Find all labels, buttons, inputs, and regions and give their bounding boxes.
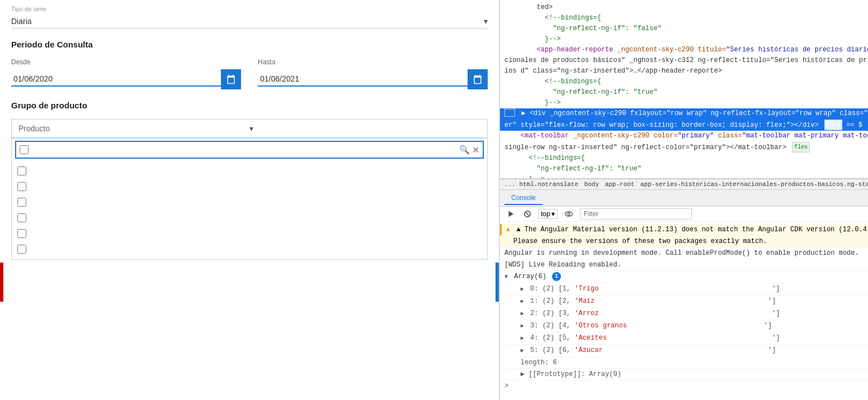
console-wds-line: [WDS] Live Reloading enabled.	[500, 259, 868, 271]
list-item[interactable]	[15, 226, 484, 241]
top-dropdown[interactable]: top ▾	[538, 209, 558, 219]
tipo-serie-value: Diaria	[11, 17, 484, 26]
option-checkbox-4[interactable]	[17, 213, 26, 222]
devtools-selected-line[interactable]: ··· ▶ <div _ngcontent-sky-c290 fxlayout=…	[500, 108, 868, 119]
breadcrumb-item-body[interactable]: body	[584, 181, 599, 188]
search-icon: 🔍	[459, 145, 470, 155]
array-item-3: ▶ 3: (2) [4, 'Otros granos ']	[500, 320, 868, 332]
desde-input-wrapper	[11, 69, 241, 89]
devtools-selected-line-cont: er" style="flex-flow: row wrap; box-sizi…	[500, 119, 868, 131]
array-item-5: ▶ 5: (2) [6, 'Azúcar ']	[500, 345, 868, 357]
hasta-calendar-button[interactable]	[468, 69, 488, 89]
search-select-all-checkbox[interactable]	[20, 145, 29, 154]
eye-icon	[564, 211, 573, 217]
dev-mode-text: Angular is running in development mode. …	[504, 249, 859, 257]
console-array-line[interactable]: ▼ Array(6) 1	[500, 271, 868, 283]
grupo-section: Grupo de producto Producto ▾ 🔍 ✕	[11, 101, 488, 260]
devtools-breadcrumb: ... html.notranslate body app-root app-s…	[500, 179, 868, 190]
option-checkbox-2[interactable]	[17, 182, 26, 191]
blue-accent-bar	[496, 263, 499, 302]
option-checkbox-6[interactable]	[17, 245, 26, 254]
right-panel: ted> <!--bindings={ "ng-reflect-ng-if": …	[499, 0, 868, 400]
console-warning-line: ▲ ▲ The Angular Material version (11.2.1…	[500, 224, 868, 236]
chevron-down-icon[interactable]: ▾	[484, 17, 488, 26]
option-checkbox-3[interactable]	[17, 198, 26, 207]
list-item[interactable]	[15, 210, 484, 226]
play-icon	[507, 210, 515, 218]
devtools-line: }-->	[500, 34, 868, 45]
chevron-down-icon-2: ▾	[249, 124, 480, 133]
devtools-line: single-row ng-star-inserted" ng-reflect-…	[500, 141, 868, 153]
array-prototype: ▶ [[Prototype]]: Array(0)	[500, 369, 868, 380]
devtools-line: }-->	[500, 98, 868, 108]
producto-dropdown-wrapper: Producto ▾ 🔍 ✕	[11, 119, 488, 260]
array-item-expand-3[interactable]: ▶	[521, 323, 524, 329]
length-text: length: 6	[521, 359, 557, 366]
hasta-input[interactable]	[258, 72, 468, 87]
grupo-title: Grupo de producto	[11, 101, 488, 110]
array-label: Array(6)	[514, 273, 546, 280]
option-checkbox-5[interactable]	[17, 229, 26, 238]
array-item-0: ▶ 0: (2) [1, 'Trigo ']	[500, 283, 868, 296]
warning-icon: ▲	[506, 226, 510, 234]
option-checkbox-1[interactable]	[17, 166, 26, 175]
stop-icon	[523, 210, 531, 218]
desde-input[interactable]	[11, 72, 221, 87]
list-item[interactable]	[15, 241, 484, 257]
array-item-expand-5[interactable]: ▶	[521, 347, 524, 354]
flex-tag-2: flex	[792, 142, 810, 153]
eye-button[interactable]	[562, 209, 575, 218]
filter-input[interactable]	[580, 208, 692, 220]
tipo-serie-select[interactable]: Diaria ▾	[11, 15, 488, 28]
clear-icon[interactable]: ✕	[472, 145, 479, 155]
desde-calendar-button[interactable]	[221, 69, 241, 89]
red-accent-bar	[0, 263, 3, 302]
list-item[interactable]	[15, 179, 484, 194]
devtools-line: <!--bindings={	[500, 153, 868, 164]
console-tab[interactable]: Console	[504, 192, 542, 205]
wds-text: [WDS] Live Reloading enabled.	[504, 261, 621, 269]
array-item-4: ▶ 4: (2) [5, 'Aceites ']	[500, 332, 868, 345]
array-item-expand-4[interactable]: ▶	[521, 335, 524, 341]
breadcrumb-item-html[interactable]: html.notranslate	[519, 181, 578, 188]
hasta-input-wrapper	[258, 69, 488, 89]
tipo-serie-label: Tipo de serie	[11, 6, 488, 12]
array-item-1: ▶ 1: (2) [2, 'Maíz ']	[500, 296, 868, 308]
devtools-line: "ng-reflect-ng-if": "false"	[500, 23, 868, 34]
list-item[interactable]	[15, 163, 484, 179]
devtools-elements: ted> <!--bindings={ "ng-reflect-ng-if": …	[500, 0, 868, 179]
console-output: ▲ ▲ The Angular Material version (11.2.1…	[500, 222, 868, 400]
breadcrumb-item-appseries[interactable]: app-series-historicas-internacionales-pr…	[640, 181, 868, 188]
calendar-icon-2	[473, 74, 483, 84]
dropdown-open-panel: 🔍 ✕	[11, 138, 488, 260]
prompt-symbol: >	[504, 382, 508, 390]
run-button[interactable]	[504, 209, 517, 219]
list-item[interactable]	[15, 194, 484, 210]
breadcrumb-ellipsis: ...	[504, 181, 519, 188]
search-input[interactable]	[32, 143, 459, 156]
array-item-expand-0[interactable]: ▶	[521, 286, 524, 292]
top-label: top	[541, 210, 550, 218]
search-row: 🔍 ✕	[15, 141, 484, 159]
stop-button[interactable]	[521, 209, 534, 219]
console-toolbar: top ▾	[500, 207, 868, 222]
ellipsis-button[interactable]: ···	[504, 109, 515, 117]
devtools-line: <!--bindings={	[500, 77, 868, 87]
console-warning-cont: Please ensure the versions of these two …	[500, 236, 868, 247]
devtools-line: "ng-reflect-ng-if": "true"	[500, 87, 868, 98]
array-item-expand-2[interactable]: ▶	[521, 311, 524, 317]
devtools-line: <!--bindings={	[500, 13, 868, 23]
devtools-line: ted>	[500, 2, 868, 13]
svg-marker-0	[509, 211, 514, 217]
producto-placeholder: Producto	[18, 124, 249, 133]
producto-dropdown-header[interactable]: Producto ▾	[11, 119, 488, 138]
svg-line-2	[526, 212, 529, 215]
calendar-icon	[226, 74, 236, 84]
breadcrumb-item-approot[interactable]: app-root	[605, 181, 635, 188]
array-expand-icon[interactable]: ▼	[504, 274, 508, 280]
console-prompt-line: >	[500, 380, 868, 392]
array-badge: 1	[552, 272, 561, 281]
devtools-line: <mat-toolbar _ngcontent-sky-c290 color="…	[500, 131, 868, 141]
array-item-expand-1[interactable]: ▶	[521, 298, 524, 304]
warning-text-2: Please ensure the versions of these two …	[513, 237, 767, 245]
